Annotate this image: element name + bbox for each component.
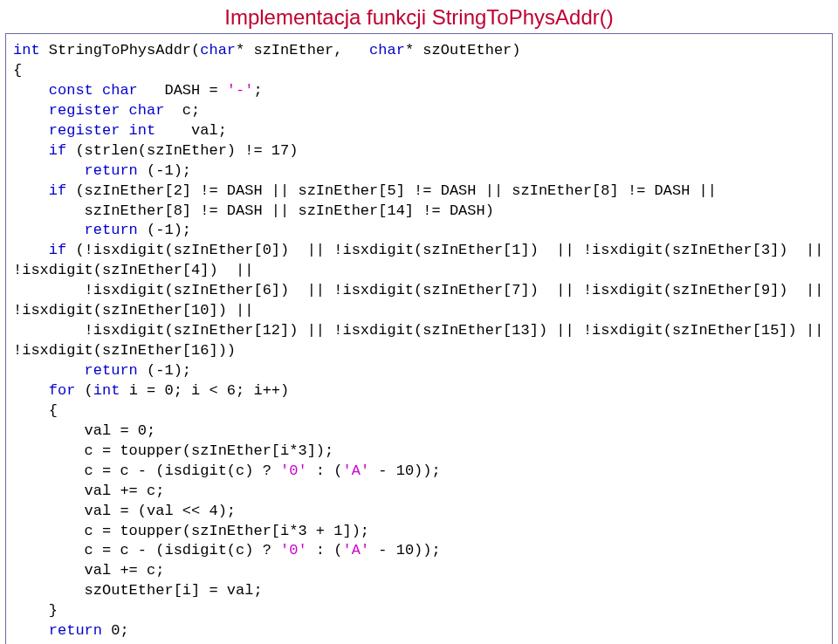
code-text: : (	[307, 462, 343, 479]
code-line: !isxdigit(szInEther[12]) || !isxdigit(sz…	[13, 321, 825, 341]
slide-title: Implementacja funkcji StringToPhysAddr()	[0, 0, 838, 33]
code-line: {	[13, 61, 825, 81]
code-line: c = c - (isdigit(c) ? '0' : ('A' - 10));	[13, 541, 825, 561]
code-line: const char DASH = '-';	[13, 81, 825, 101]
code-line: if (!isxdigit(szInEther[0]) || !isxdigit…	[13, 241, 825, 261]
code-line: return 0;	[13, 621, 825, 641]
code-line: szInEther[8] != DASH || szInEther[14] !=…	[13, 202, 825, 222]
code-text: (-1);	[138, 162, 191, 179]
code-line: val = (val << 4);	[13, 502, 825, 522]
code-line: return (-1);	[13, 221, 825, 241]
code-line: for (int i = 0; i < 6; i++)	[13, 381, 825, 401]
code-line: val += c;	[13, 561, 825, 581]
code-text: c;	[164, 102, 200, 119]
code-text: (strlen(szInEther) != 17)	[66, 142, 298, 159]
code-line: val = 0;	[13, 421, 825, 442]
keyword: char	[369, 42, 405, 58]
code-text: 0;	[102, 622, 129, 639]
code-text: c = c - (isdigit(c) ?	[13, 542, 280, 558]
code-line: c = toupper(szInEther[i*3 + 1]);	[13, 522, 825, 542]
code-line: c = toupper(szInEther[i*3]);	[13, 442, 825, 462]
code-text: (szInEther[2] != DASH || szInEther[5] !=…	[66, 182, 717, 199]
code-text: c = c - (isdigit(c) ?	[13, 462, 280, 479]
code-text: val;	[155, 122, 227, 139]
keyword: const char	[13, 82, 138, 99]
code-line: c = c - (isdigit(c) ? '0' : ('A' - 10));	[13, 462, 825, 482]
code-line: !isxdigit(szInEther[10]) ||	[13, 301, 825, 321]
char-literal: '0'	[280, 542, 307, 558]
code-text: - 10));	[369, 542, 441, 558]
keyword: if	[13, 182, 66, 199]
code-line: !isxdigit(szInEther[16]))	[13, 341, 825, 361]
code-text: (!isxdigit(szInEther[0]) || !isxdigit(sz…	[66, 242, 823, 258]
code-line: register int val;	[13, 121, 825, 141]
code-line: !isxdigit(szInEther[6]) || !isxdigit(szI…	[13, 281, 825, 301]
code-text: * szInEther,	[236, 42, 369, 58]
keyword: int	[93, 382, 120, 399]
code-line: val += c;	[13, 482, 825, 502]
code-text: (-1);	[138, 362, 191, 379]
char-literal: 'A'	[342, 542, 369, 558]
keyword: for	[13, 382, 75, 399]
code-line: !isxdigit(szInEther[4]) ||	[13, 261, 825, 281]
code-text: DASH =	[138, 82, 227, 99]
keyword: return	[13, 162, 138, 179]
keyword: return	[13, 362, 138, 379]
keyword: if	[13, 242, 66, 258]
keyword: if	[13, 142, 66, 159]
code-line: szOutEther[i] = val;	[13, 581, 825, 601]
code-text: (	[75, 382, 93, 399]
code-text: StringToPhysAddr(	[40, 42, 201, 58]
keyword: register char	[13, 102, 164, 119]
code-line: if (szInEther[2] != DASH || szInEther[5]…	[13, 182, 825, 202]
char-literal: '0'	[280, 462, 307, 479]
keyword: char	[200, 42, 236, 58]
keyword: return	[13, 622, 102, 639]
code-line: }	[13, 601, 825, 621]
code-line: {	[13, 401, 825, 421]
keyword: return	[13, 222, 138, 238]
code-line: if (strlen(szInEther) != 17)	[13, 141, 825, 161]
keyword: int	[13, 42, 40, 58]
code-line: register char c;	[13, 101, 825, 121]
char-literal: '-'	[227, 82, 254, 99]
code-text: * szOutEther)	[405, 42, 521, 58]
code-text: ;	[253, 82, 262, 99]
keyword: register int	[13, 122, 155, 139]
code-line: int StringToPhysAddr(char* szInEther, ch…	[13, 41, 825, 61]
code-text: : (	[307, 542, 343, 558]
code-text: - 10));	[369, 462, 441, 479]
code-block: int StringToPhysAddr(char* szInEther, ch…	[5, 33, 833, 644]
page-number: 20	[13, 641, 825, 644]
code-line: return (-1);	[13, 161, 825, 182]
code-line: return (-1);	[13, 361, 825, 381]
code-text: i = 0; i < 6; i++)	[120, 382, 289, 399]
code-text: (-1);	[138, 222, 191, 238]
char-literal: 'A'	[342, 462, 369, 479]
